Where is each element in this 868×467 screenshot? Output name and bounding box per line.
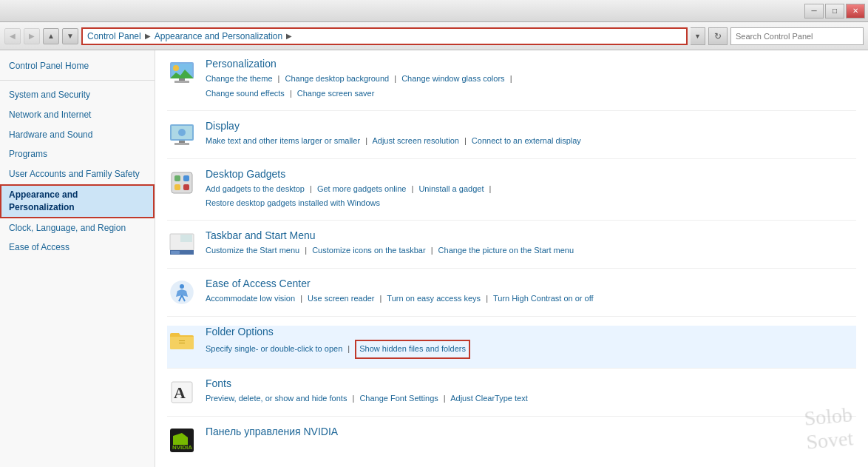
change-picture-start-menu-link[interactable]: Change the picture on the Start menu (438, 246, 574, 255)
svg-rect-12 (183, 175, 189, 181)
gadgets-links: Add gadgets to the desktop | Get more ga… (206, 182, 856, 212)
adjust-cleartype-link[interactable]: Adjust ClearType text (450, 394, 528, 403)
close-button[interactable]: ✕ (846, 4, 865, 19)
nvidia-title[interactable]: Панель управления NVIDIA (206, 426, 856, 437)
content-area: Personalization Change the theme | Chang… (155, 50, 868, 467)
dropdown-history-button[interactable]: ▼ (62, 28, 78, 44)
taskbar-icon (167, 229, 197, 259)
sidebar-item-user-accounts[interactable]: User Accounts and Family Safety (0, 164, 155, 184)
category-personalization: Personalization Change the theme | Chang… (167, 58, 856, 111)
svg-point-20 (180, 284, 184, 289)
use-screen-reader-link[interactable]: Use screen reader (308, 294, 375, 303)
adjust-screen-resolution-link[interactable]: Adjust screen resolution (372, 136, 458, 145)
ease-access-content: Ease of Access Center Accommodate low vi… (206, 278, 856, 306)
sidebar-item-appearance[interactable]: Appearance and Personalization (0, 184, 155, 218)
customize-start-menu-link[interactable]: Customize the Start menu (206, 246, 299, 255)
customize-icons-taskbar-link[interactable]: Customize icons on the taskbar (312, 246, 425, 255)
folder-options-title[interactable]: Folder Options (206, 326, 856, 337)
breadcrumb: Control Panel ▶ Appearance and Personali… (87, 31, 294, 41)
svg-rect-14 (183, 184, 189, 190)
svg-rect-4 (174, 81, 189, 83)
change-font-settings-link[interactable]: Change Font Settings (359, 394, 438, 403)
refresh-button[interactable]: ↻ (708, 27, 728, 45)
sidebar: Control Panel Home System and Security N… (0, 50, 155, 467)
svg-rect-10 (172, 172, 192, 193)
forward-button[interactable]: ▶ (24, 28, 40, 44)
sidebar-item-hardware-sound[interactable]: Hardware and Sound (0, 125, 155, 145)
svg-text:NVIDIA: NVIDIA (172, 444, 192, 451)
personalization-title[interactable]: Personalization (206, 58, 856, 70)
change-desktop-bg-link[interactable]: Change desktop background (285, 74, 390, 83)
specify-click-link[interactable]: Specify single- or double-click to open (206, 344, 342, 353)
back-button[interactable]: ◀ (4, 28, 21, 44)
svg-point-9 (178, 129, 186, 136)
preview-fonts-link[interactable]: Preview, delete, or show and hide fonts (206, 394, 347, 403)
svg-rect-23 (179, 340, 185, 341)
gadgets-icon (167, 168, 197, 198)
breadcrumb-appearance[interactable]: Appearance and Personalization (155, 31, 282, 41)
fonts-icon: A (167, 377, 197, 407)
nvidia-icon: NVIDIA (167, 426, 197, 455)
minimize-button[interactable]: ─ (804, 4, 824, 19)
change-window-glass-link[interactable]: Change window glass colors (401, 74, 504, 83)
fonts-links: Preview, delete, or show and hide fonts … (206, 392, 856, 406)
accommodate-low-vision-link[interactable]: Accommodate low vision (206, 294, 295, 303)
category-desktop-gadgets: Desktop Gadgets Add gadgets to the deskt… (167, 168, 856, 221)
address-box[interactable]: Control Panel ▶ Appearance and Personali… (81, 27, 688, 45)
display-links: Make text and other items larger or smal… (206, 134, 856, 149)
svg-rect-24 (179, 343, 185, 343)
ease-access-links: Accommodate low vision | Use screen read… (206, 292, 856, 306)
sidebar-item-system-security[interactable]: System and Security (0, 85, 155, 105)
folder-options-content: Folder Options Specify single- or double… (206, 326, 856, 359)
get-more-gadgets-link[interactable]: Get more gadgets online (317, 184, 406, 193)
breadcrumb-controlpanel[interactable]: Control Panel (87, 31, 141, 41)
svg-rect-11 (174, 175, 180, 181)
connect-external-display-link[interactable]: Connect to an external display (472, 136, 581, 145)
category-taskbar: Taskbar and Start Menu Customize the Sta… (167, 229, 856, 269)
svg-rect-18 (180, 235, 192, 242)
window-controls: ─ □ ✕ (804, 4, 865, 19)
make-text-larger-link[interactable]: Make text and other items larger or smal… (206, 136, 360, 145)
gadgets-content: Desktop Gadgets Add gadgets to the deskt… (206, 168, 856, 212)
personalization-links: Change the theme | Change desktop backgr… (206, 72, 856, 101)
restore-gadgets-link[interactable]: Restore desktop gadgets installed with W… (206, 198, 380, 207)
taskbar-links: Customize the Start menu | Customize ico… (206, 243, 856, 258)
ease-access-title[interactable]: Ease of Access Center (206, 278, 856, 289)
sidebar-item-clock-language[interactable]: Clock, Language, and Region (0, 218, 155, 238)
display-content: Display Make text and other items larger… (206, 120, 856, 149)
change-sound-effects-link[interactable]: Change sound effects (206, 89, 285, 98)
maximize-button[interactable]: □ (825, 4, 844, 19)
fonts-title[interactable]: Fonts (206, 377, 856, 389)
turn-high-contrast-link[interactable]: Turn High Contrast on or off (493, 294, 594, 303)
sidebar-home[interactable]: Control Panel Home (0, 56, 155, 75)
display-title[interactable]: Display (206, 120, 856, 132)
sidebar-item-programs[interactable]: Programs (0, 144, 155, 164)
turn-on-easy-access-link[interactable]: Turn on easy access keys (387, 294, 481, 303)
ease-icon (167, 278, 197, 307)
address-dropdown-button[interactable]: ▼ (691, 27, 705, 45)
category-folder-options: Folder Options Specify single- or double… (167, 326, 856, 369)
svg-rect-17 (171, 251, 180, 254)
title-bar: ─ □ ✕ (0, 0, 868, 22)
svg-rect-8 (174, 143, 189, 145)
personalization-icon (167, 58, 197, 87)
search-input[interactable] (730, 27, 864, 45)
folder-options-links: Specify single- or double-click to open … (206, 340, 856, 359)
uninstall-gadget-link[interactable]: Uninstall a gadget (418, 184, 484, 193)
fonts-content: Fonts Preview, delete, or show and hide … (206, 377, 856, 406)
svg-point-2 (173, 65, 179, 71)
change-screen-saver-link[interactable]: Change screen saver (297, 89, 375, 98)
up-button[interactable]: ▲ (43, 28, 59, 44)
change-theme-link[interactable]: Change the theme (206, 74, 273, 83)
svg-rect-13 (174, 184, 180, 190)
gadgets-title[interactable]: Desktop Gadgets (206, 168, 856, 180)
show-hidden-files-link[interactable]: Show hidden files and folders (355, 340, 470, 359)
nvidia-content: Панель управления NVIDIA (206, 426, 856, 440)
taskbar-title[interactable]: Taskbar and Start Menu (206, 229, 856, 241)
add-gadgets-link[interactable]: Add gadgets to the desktop (206, 184, 305, 193)
display-icon (167, 120, 197, 149)
sidebar-item-network-internet[interactable]: Network and Internet (0, 105, 155, 125)
sidebar-item-ease-access[interactable]: Ease of Access (0, 238, 155, 258)
category-fonts: A Fonts Preview, delete, or show and hid… (167, 377, 856, 417)
sidebar-divider (0, 80, 155, 81)
